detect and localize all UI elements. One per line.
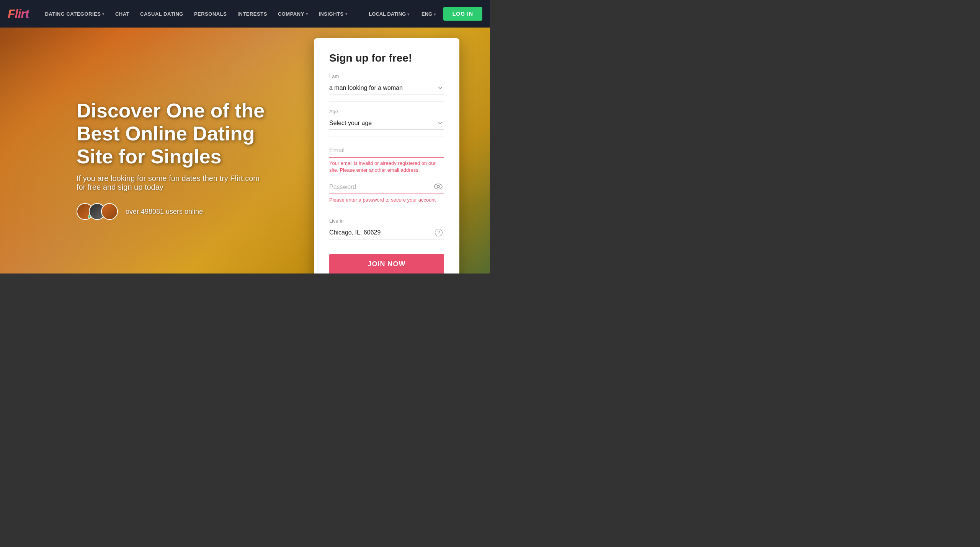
live-in-group: Live in ?	[329, 218, 444, 239]
avatar	[101, 203, 118, 220]
hero-section: Discover One of the Best Online Dating S…	[77, 99, 283, 220]
nav-item-personals[interactable]: PERSONALS	[189, 8, 231, 20]
email-field[interactable]	[329, 144, 444, 158]
nav-item-company[interactable]: COMPANY ▾	[273, 8, 312, 20]
divider	[329, 101, 444, 102]
nav-item-dating-categories[interactable]: DATING CATEGORIES ▾	[40, 8, 109, 20]
online-count: over 498081 users online	[126, 208, 203, 216]
login-button[interactable]: LOG IN	[443, 7, 482, 21]
hero-headline: Discover One of the Best Online Dating S…	[77, 99, 283, 168]
nav-local-dating[interactable]: LOCAL DATING ▾	[364, 8, 414, 20]
password-field[interactable]	[329, 181, 444, 194]
password-group: Please enter a password to secure your a…	[329, 181, 444, 203]
svg-point-1	[437, 186, 439, 188]
site-logo[interactable]: Flirt	[8, 7, 29, 21]
eye-icon[interactable]	[434, 184, 443, 192]
nav-menu: DATING CATEGORIES ▾ CHAT CASUAL DATING P…	[40, 8, 364, 20]
nav-item-interests[interactable]: INTERESTS	[233, 8, 271, 20]
signup-title: Sign up for free!	[329, 52, 444, 64]
nav-right: LOCAL DATING ▾ ENG ▾ LOG IN	[364, 7, 482, 21]
live-in-label: Live in	[329, 218, 444, 224]
navigation: Flirt DATING CATEGORIES ▾ CHAT CASUAL DA…	[0, 0, 490, 28]
nav-item-insights[interactable]: INSIGHTS ▾	[314, 8, 352, 20]
chevron-down-icon: ▾	[345, 12, 348, 16]
chevron-down-icon: ▾	[434, 12, 436, 16]
age-label: Age	[329, 109, 444, 114]
hero-subtext: If you are looking for some fun dates th…	[77, 174, 268, 192]
chevron-down-icon: ▾	[102, 12, 105, 16]
online-users-section: over 498081 users online	[77, 203, 283, 220]
email-error: Your email is invalid or already registe…	[329, 160, 444, 174]
password-input-wrap	[329, 181, 444, 194]
age-group: Age Select your age	[329, 109, 444, 130]
svg-point-0	[434, 184, 442, 189]
password-error: Please enter a password to secure your a…	[329, 197, 444, 203]
nav-item-casual-dating[interactable]: CASUAL DATING	[136, 8, 188, 20]
live-in-input-wrap: ?	[329, 226, 444, 239]
email-input-wrap	[329, 144, 444, 158]
i-am-label: I am	[329, 73, 444, 79]
age-select[interactable]: Select your age	[329, 117, 444, 130]
chevron-down-icon: ▾	[306, 12, 308, 16]
i-am-group: I am a man looking for a woman a woman l…	[329, 73, 444, 94]
nav-language[interactable]: ENG ▾	[417, 8, 440, 20]
i-am-select[interactable]: a man looking for a woman a woman lookin…	[329, 81, 444, 94]
signup-panel: Sign up for free! I am a man looking for…	[314, 38, 459, 274]
divider	[329, 137, 444, 137]
help-icon[interactable]: ?	[435, 229, 443, 236]
email-group: Your email is invalid or already registe…	[329, 144, 444, 174]
chevron-down-icon: ▾	[407, 12, 409, 16]
divider	[329, 211, 444, 211]
live-in-field[interactable]	[329, 226, 444, 239]
join-now-button[interactable]: JOIN NOW	[329, 254, 444, 274]
user-avatars	[77, 203, 113, 220]
nav-item-chat[interactable]: CHAT	[111, 8, 134, 20]
